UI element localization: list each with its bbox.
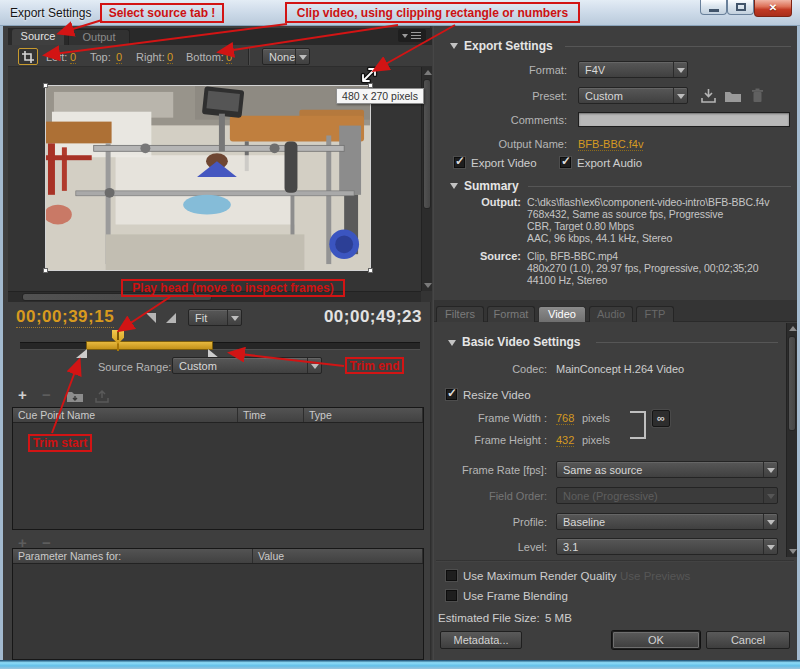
export-settings-window: Export Settings ✕ Source Output Left: 0 … [0,0,800,669]
format-dropdown[interactable]: F4V [578,61,688,78]
frame-width-value[interactable]: 768 [556,412,574,425]
crop-left-value[interactable]: 0 [70,51,76,64]
frame-blending-checkbox[interactable] [446,590,457,601]
profile-value: Baseline [563,516,605,528]
column-parameter-name: Parameter Names for: [13,549,253,563]
preset-dropdown[interactable]: Custom [578,87,688,104]
frame-height-unit: pixels [582,434,610,446]
maximize-button[interactable] [727,0,754,15]
crop-handle-top-left[interactable] [43,83,48,88]
collapse-triangle-icon[interactable] [448,340,456,346]
estimated-file-size-value: 5 MB [545,612,572,624]
profile-dropdown[interactable]: Baseline [556,513,778,530]
tab-format[interactable]: Format [487,306,535,322]
basic-video-settings-title: Basic Video Settings [462,335,580,349]
export-audio-label: Export Audio [577,157,642,169]
estimated-file-size-label: Estimated File Size: [438,612,540,624]
use-previews-label: Use Previews [620,570,690,582]
summary-source-video: 480x270 (1.0), 29.97 fps, Progressive, 0… [527,262,758,274]
chevron-down-icon [307,358,321,373]
video-frame[interactable] [45,85,371,271]
frame-blending-label: Use Frame Blending [463,590,568,602]
chevron-down-icon [763,462,777,477]
crop-bottom-value[interactable]: 0 [226,51,232,64]
chevron-down-icon [295,49,309,64]
add-cue-point-icon[interactable]: + [18,386,27,403]
settings-scrollbar[interactable] [786,323,797,557]
column-cue-point-name: Cue Point Name [13,408,238,422]
remove-cue-point-icon[interactable]: − [42,386,51,403]
frame-height-label: Frame Height : [437,434,547,446]
export-audio-checkbox[interactable]: ✓ [560,157,571,168]
max-render-quality-checkbox[interactable] [446,570,457,581]
scroll-up-icon[interactable] [789,326,797,331]
tab-video[interactable]: Video [538,306,586,322]
collapse-triangle-icon[interactable] [450,43,458,49]
crop-ratio-value: None [269,51,295,63]
crop-ratio-dropdown[interactable]: None [262,48,310,65]
output-name-link[interactable]: BFB-BBC.f4v [578,138,643,151]
crop-tool-button[interactable] [18,48,38,65]
delete-preset-icon[interactable] [751,88,764,103]
source-range-dropdown[interactable]: Custom [172,357,322,374]
import-preset-icon[interactable] [724,89,742,103]
link-aspect-icon[interactable]: ∞ [652,410,670,427]
summary-output-label: Output: [437,196,521,208]
field-order-dropdown[interactable]: None (Progressive) [556,487,778,504]
summary-title: Summary [464,179,519,193]
annotation-play-head: Play head (move to inspect frames) [121,279,345,297]
scroll-down-icon[interactable] [424,283,432,288]
cue-points-header: Cue Point Name Time Type [13,408,423,423]
summary-source-audio: 44100 Hz, Stereo [527,274,607,286]
export-cue-points-icon[interactable] [94,389,110,403]
trim-start-handle[interactable] [76,349,87,358]
tab-filters[interactable]: Filters [436,306,484,322]
output-name-label: Output Name: [437,138,567,150]
chevron-down-icon [673,62,687,77]
crop-right-value[interactable]: 0 [167,51,173,64]
check-icon: ✓ [455,154,465,168]
footer-separator [436,560,794,562]
export-video-label: Export Video [471,157,537,169]
tab-audio[interactable]: Audio [589,306,633,322]
summary-output-path: C:\dks\flash\ex6\component-video-intro\B… [527,196,769,208]
panel-menu-triangle-icon [402,34,408,38]
tab-ftp[interactable]: FTP [636,306,674,322]
crop-handle-bottom-right[interactable] [368,268,373,273]
close-button[interactable]: ✕ [754,0,792,17]
frame-height-value[interactable]: 432 [556,434,574,447]
frame-rate-dropdown[interactable]: Same as source [556,461,778,478]
current-timecode[interactable]: 00;00;39;15 [16,307,114,328]
chevron-down-icon [673,88,687,103]
maximize-icon [736,3,746,11]
scrollbar-thumb[interactable] [423,79,431,209]
metadata-button[interactable]: Metadata... [440,631,522,649]
import-cue-points-icon[interactable] [66,389,84,403]
summary-output-video: 768x432, Same as source fps, Progressive [527,208,723,220]
zoom-level-dropdown[interactable]: Fit [188,309,242,326]
cancel-button[interactable]: Cancel [706,631,790,649]
column-time: Time [238,408,304,422]
save-preset-icon[interactable] [700,88,717,103]
set-out-point-icon[interactable] [166,313,176,323]
comments-input[interactable] [578,112,790,127]
timeline-selected-range[interactable] [86,341,213,350]
scroll-up-icon[interactable] [424,70,432,75]
tab-source[interactable]: Source [12,29,64,45]
scroll-down-icon[interactable] [789,549,797,554]
crop-left-label: Left: [46,51,67,63]
crop-top-value[interactable]: 0 [116,51,122,64]
set-in-point-icon[interactable] [146,313,156,323]
tab-output[interactable]: Output [68,29,130,45]
scrollbar-thumb[interactable] [788,336,796,431]
export-video-checkbox[interactable]: ✓ [454,157,465,168]
crop-handle-bottom-left[interactable] [43,268,48,273]
annotation-select-source: Select source tab ! [100,3,224,23]
resize-video-checkbox[interactable]: ✓ [446,389,457,400]
section-rule [596,342,778,343]
minimize-button[interactable] [700,0,727,15]
collapse-triangle-icon[interactable] [450,183,458,189]
panel-menu-icon[interactable] [398,29,426,42]
ok-button[interactable]: OK [612,631,700,649]
level-dropdown[interactable]: 3.1 [556,538,778,555]
